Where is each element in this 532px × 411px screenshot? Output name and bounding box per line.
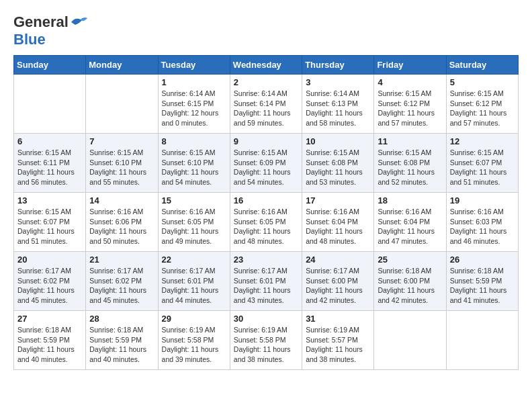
weekday-header-cell: Saturday (446, 56, 518, 75)
calendar-cell: 27Sunrise: 6:18 AMSunset: 5:59 PMDayligh… (14, 311, 86, 370)
day-number: 18 (378, 195, 442, 205)
day-number: 12 (450, 136, 515, 146)
day-info: Sunrise: 6:16 AMSunset: 6:05 PMDaylight:… (162, 207, 226, 246)
calendar-week-row: 27Sunrise: 6:18 AMSunset: 5:59 PMDayligh… (14, 311, 519, 370)
logo-general-text: General (13, 13, 69, 31)
calendar-cell: 8Sunrise: 6:15 AMSunset: 6:10 PMDaylight… (158, 134, 230, 193)
calendar-cell: 11Sunrise: 6:15 AMSunset: 6:08 PMDayligh… (374, 134, 446, 193)
weekday-header-cell: Thursday (302, 56, 374, 75)
calendar-cell: 10Sunrise: 6:15 AMSunset: 6:08 PMDayligh… (302, 134, 374, 193)
calendar-cell: 28Sunrise: 6:18 AMSunset: 5:59 PMDayligh… (86, 311, 158, 370)
day-number: 20 (17, 255, 82, 265)
day-number: 19 (450, 195, 515, 205)
day-info: Sunrise: 6:19 AMSunset: 5:58 PMDaylight:… (234, 325, 298, 365)
calendar-cell: 21Sunrise: 6:17 AMSunset: 6:02 PMDayligh… (86, 252, 158, 311)
day-info: Sunrise: 6:17 AMSunset: 6:00 PMDaylight:… (306, 266, 370, 306)
calendar-cell: 16Sunrise: 6:16 AMSunset: 6:05 PMDayligh… (230, 193, 302, 252)
calendar-week-row: 20Sunrise: 6:17 AMSunset: 6:02 PMDayligh… (14, 252, 519, 311)
calendar-table: SundayMondayTuesdayWednesdayThursdayFrid… (13, 55, 519, 370)
day-info: Sunrise: 6:19 AMSunset: 5:57 PMDaylight:… (306, 325, 370, 365)
calendar-cell: 29Sunrise: 6:19 AMSunset: 5:58 PMDayligh… (158, 311, 230, 370)
calendar-cell: 23Sunrise: 6:17 AMSunset: 6:01 PMDayligh… (230, 252, 302, 311)
day-info: Sunrise: 6:18 AMSunset: 6:00 PMDaylight:… (378, 266, 442, 306)
day-info: Sunrise: 6:15 AMSunset: 6:11 PMDaylight:… (17, 148, 82, 187)
day-number: 11 (378, 136, 442, 146)
day-info: Sunrise: 6:16 AMSunset: 6:04 PMDaylight:… (306, 207, 370, 246)
day-number: 4 (378, 77, 442, 87)
day-number: 27 (17, 314, 82, 324)
day-number: 26 (450, 255, 515, 265)
weekday-header-cell: Sunday (14, 56, 86, 75)
logo-blue-text: Blue (13, 31, 46, 48)
day-info: Sunrise: 6:15 AMSunset: 6:12 PMDaylight:… (378, 89, 442, 128)
calendar-cell: 18Sunrise: 6:16 AMSunset: 6:04 PMDayligh… (374, 193, 446, 252)
calendar-cell: 5Sunrise: 6:15 AMSunset: 6:12 PMDaylight… (446, 75, 518, 134)
day-number: 14 (89, 195, 154, 205)
day-number: 15 (162, 195, 226, 205)
day-info: Sunrise: 6:17 AMSunset: 6:02 PMDaylight:… (17, 266, 82, 306)
logo: General Blue (13, 13, 89, 48)
calendar-cell: 4Sunrise: 6:15 AMSunset: 6:12 PMDaylight… (374, 75, 446, 134)
calendar-cell: 31Sunrise: 6:19 AMSunset: 5:57 PMDayligh… (302, 311, 374, 370)
weekday-header-cell: Wednesday (230, 56, 302, 75)
day-info: Sunrise: 6:18 AMSunset: 5:59 PMDaylight:… (17, 325, 82, 365)
day-number: 23 (234, 255, 298, 265)
day-info: Sunrise: 6:19 AMSunset: 5:58 PMDaylight:… (162, 325, 226, 365)
calendar-cell: 12Sunrise: 6:15 AMSunset: 6:07 PMDayligh… (446, 134, 518, 193)
day-info: Sunrise: 6:14 AMSunset: 6:14 PMDaylight:… (234, 89, 298, 128)
day-number: 24 (306, 255, 370, 265)
calendar-cell: 25Sunrise: 6:18 AMSunset: 6:00 PMDayligh… (374, 252, 446, 311)
calendar-cell: 9Sunrise: 6:15 AMSunset: 6:09 PMDaylight… (230, 134, 302, 193)
day-number: 25 (378, 255, 442, 265)
day-number: 17 (306, 195, 370, 205)
day-info: Sunrise: 6:16 AMSunset: 6:03 PMDaylight:… (450, 207, 515, 246)
day-info: Sunrise: 6:15 AMSunset: 6:10 PMDaylight:… (89, 148, 154, 187)
logo-bird-icon (70, 15, 89, 29)
page-header: General Blue (13, 13, 519, 48)
calendar-cell: 15Sunrise: 6:16 AMSunset: 6:05 PMDayligh… (158, 193, 230, 252)
calendar-week-row: 1Sunrise: 6:14 AMSunset: 6:15 PMDaylight… (14, 75, 519, 134)
day-number: 9 (234, 136, 298, 146)
calendar-cell: 13Sunrise: 6:15 AMSunset: 6:07 PMDayligh… (14, 193, 86, 252)
weekday-header-cell: Friday (374, 56, 446, 75)
day-info: Sunrise: 6:15 AMSunset: 6:08 PMDaylight:… (306, 148, 370, 187)
day-number: 31 (306, 314, 370, 324)
day-number: 8 (162, 136, 226, 146)
calendar-cell: 1Sunrise: 6:14 AMSunset: 6:15 PMDaylight… (158, 75, 230, 134)
day-number: 22 (162, 255, 226, 265)
weekday-header-cell: Monday (86, 56, 158, 75)
day-number: 13 (17, 195, 82, 205)
day-info: Sunrise: 6:16 AMSunset: 6:05 PMDaylight:… (234, 207, 298, 246)
calendar-cell: 26Sunrise: 6:18 AMSunset: 5:59 PMDayligh… (446, 252, 518, 311)
calendar-cell (374, 311, 446, 370)
calendar-cell: 22Sunrise: 6:17 AMSunset: 6:01 PMDayligh… (158, 252, 230, 311)
day-number: 6 (17, 136, 82, 146)
day-info: Sunrise: 6:14 AMSunset: 6:15 PMDaylight:… (162, 89, 226, 128)
calendar-cell: 24Sunrise: 6:17 AMSunset: 6:00 PMDayligh… (302, 252, 374, 311)
day-info: Sunrise: 6:17 AMSunset: 6:01 PMDaylight:… (162, 266, 226, 306)
day-info: Sunrise: 6:16 AMSunset: 6:04 PMDaylight:… (378, 207, 442, 246)
calendar-cell: 14Sunrise: 6:16 AMSunset: 6:06 PMDayligh… (86, 193, 158, 252)
day-info: Sunrise: 6:14 AMSunset: 6:13 PMDaylight:… (306, 89, 370, 128)
calendar-cell: 6Sunrise: 6:15 AMSunset: 6:11 PMDaylight… (14, 134, 86, 193)
calendar-week-row: 6Sunrise: 6:15 AMSunset: 6:11 PMDaylight… (14, 134, 519, 193)
day-info: Sunrise: 6:17 AMSunset: 6:02 PMDaylight:… (89, 266, 154, 306)
calendar-week-row: 13Sunrise: 6:15 AMSunset: 6:07 PMDayligh… (14, 193, 519, 252)
day-number: 30 (234, 314, 298, 324)
calendar-cell (14, 75, 86, 134)
calendar-cell: 30Sunrise: 6:19 AMSunset: 5:58 PMDayligh… (230, 311, 302, 370)
calendar-cell: 20Sunrise: 6:17 AMSunset: 6:02 PMDayligh… (14, 252, 86, 311)
day-number: 1 (162, 77, 226, 87)
day-number: 16 (234, 195, 298, 205)
day-number: 29 (162, 314, 226, 324)
day-info: Sunrise: 6:15 AMSunset: 6:10 PMDaylight:… (162, 148, 226, 187)
calendar-cell (86, 75, 158, 134)
weekday-header-row: SundayMondayTuesdayWednesdayThursdayFrid… (14, 56, 519, 75)
day-info: Sunrise: 6:15 AMSunset: 6:09 PMDaylight:… (234, 148, 298, 187)
day-info: Sunrise: 6:18 AMSunset: 5:59 PMDaylight:… (450, 266, 515, 306)
calendar-cell: 19Sunrise: 6:16 AMSunset: 6:03 PMDayligh… (446, 193, 518, 252)
calendar-body: 1Sunrise: 6:14 AMSunset: 6:15 PMDaylight… (14, 75, 519, 370)
day-info: Sunrise: 6:15 AMSunset: 6:07 PMDaylight:… (450, 148, 515, 187)
day-info: Sunrise: 6:16 AMSunset: 6:06 PMDaylight:… (89, 207, 154, 246)
day-info: Sunrise: 6:15 AMSunset: 6:07 PMDaylight:… (17, 207, 82, 246)
